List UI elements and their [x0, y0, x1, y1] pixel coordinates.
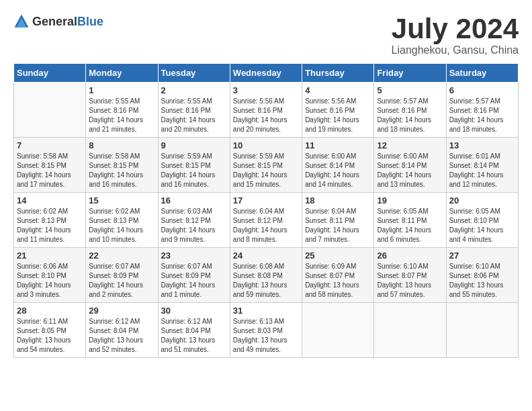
day-info: Sunrise: 6:12 AMSunset: 8:04 PMDaylight:…	[89, 317, 154, 355]
day-cell: 31Sunrise: 6:13 AMSunset: 8:03 PMDayligh…	[230, 303, 302, 358]
day-number: 3	[233, 85, 299, 95]
day-number: 1	[89, 85, 154, 95]
day-number: 27	[449, 250, 515, 261]
day-cell: 11Sunrise: 6:00 AMSunset: 8:14 PMDayligh…	[302, 138, 374, 193]
day-cell: 19Sunrise: 6:05 AMSunset: 8:11 PMDayligh…	[374, 193, 446, 248]
logo-text-blue: Blue	[77, 15, 103, 28]
location-subtitle: Lianghekou, Gansu, China	[392, 44, 519, 56]
day-number: 20	[449, 195, 515, 205]
day-info: Sunrise: 6:01 AMSunset: 8:14 PMDaylight:…	[449, 152, 515, 189]
col-header-saturday: Saturday	[446, 64, 518, 83]
day-info: Sunrise: 6:00 AMSunset: 8:14 PMDaylight:…	[305, 152, 371, 189]
day-info: Sunrise: 5:59 AMSunset: 8:15 PMDaylight:…	[233, 152, 299, 189]
day-info: Sunrise: 5:57 AMSunset: 8:16 PMDaylight:…	[449, 97, 515, 134]
day-info: Sunrise: 6:04 AMSunset: 8:11 PMDaylight:…	[305, 207, 371, 244]
day-cell: 25Sunrise: 6:09 AMSunset: 8:07 PMDayligh…	[302, 248, 374, 303]
day-cell: 18Sunrise: 6:04 AMSunset: 8:11 PMDayligh…	[302, 193, 374, 248]
day-number: 8	[89, 140, 154, 150]
col-header-friday: Friday	[374, 64, 446, 83]
day-cell: 3Sunrise: 5:56 AMSunset: 8:16 PMDaylight…	[230, 83, 302, 138]
day-cell: 15Sunrise: 6:02 AMSunset: 8:13 PMDayligh…	[86, 193, 158, 248]
day-info: Sunrise: 6:00 AMSunset: 8:14 PMDaylight:…	[377, 152, 443, 189]
day-cell: 9Sunrise: 5:59 AMSunset: 8:15 PMDaylight…	[158, 138, 230, 193]
day-info: Sunrise: 5:57 AMSunset: 8:16 PMDaylight:…	[377, 97, 443, 134]
day-cell: 6Sunrise: 5:57 AMSunset: 8:16 PMDaylight…	[446, 83, 518, 138]
day-info: Sunrise: 6:06 AMSunset: 8:10 PMDaylight:…	[17, 262, 83, 300]
day-info: Sunrise: 5:56 AMSunset: 8:16 PMDaylight:…	[233, 97, 299, 134]
day-cell	[446, 303, 518, 358]
day-cell: 17Sunrise: 6:04 AMSunset: 8:12 PMDayligh…	[230, 193, 302, 248]
day-info: Sunrise: 6:04 AMSunset: 8:12 PMDaylight:…	[233, 207, 299, 244]
title-area: July 2024 Lianghekou, Gansu, China	[392, 13, 519, 56]
day-number: 30	[161, 306, 227, 316]
day-cell: 16Sunrise: 6:03 AMSunset: 8:12 PMDayligh…	[158, 193, 230, 248]
day-info: Sunrise: 5:59 AMSunset: 8:15 PMDaylight:…	[161, 152, 227, 189]
day-cell: 22Sunrise: 6:07 AMSunset: 8:09 PMDayligh…	[86, 248, 158, 303]
day-cell: 23Sunrise: 6:07 AMSunset: 8:09 PMDayligh…	[158, 248, 230, 303]
week-row-5: 28Sunrise: 6:11 AMSunset: 8:05 PMDayligh…	[14, 303, 519, 358]
day-number: 17	[233, 195, 299, 205]
day-cell	[14, 83, 86, 138]
day-info: Sunrise: 5:58 AMSunset: 8:15 PMDaylight:…	[89, 152, 154, 189]
week-row-4: 21Sunrise: 6:06 AMSunset: 8:10 PMDayligh…	[14, 248, 519, 303]
day-cell	[302, 303, 374, 358]
day-info: Sunrise: 6:03 AMSunset: 8:12 PMDaylight:…	[161, 207, 227, 244]
day-number: 21	[17, 250, 83, 261]
day-cell: 21Sunrise: 6:06 AMSunset: 8:10 PMDayligh…	[14, 248, 86, 303]
day-info: Sunrise: 6:13 AMSunset: 8:03 PMDaylight:…	[233, 317, 299, 355]
day-cell: 12Sunrise: 6:00 AMSunset: 8:14 PMDayligh…	[374, 138, 446, 193]
day-cell: 13Sunrise: 6:01 AMSunset: 8:14 PMDayligh…	[446, 138, 518, 193]
day-cell: 20Sunrise: 6:05 AMSunset: 8:10 PMDayligh…	[446, 193, 518, 248]
day-cell: 7Sunrise: 5:58 AMSunset: 8:15 PMDaylight…	[14, 138, 86, 193]
logo-icon	[13, 13, 30, 30]
day-number: 29	[89, 306, 154, 316]
week-row-3: 14Sunrise: 6:02 AMSunset: 8:13 PMDayligh…	[14, 193, 519, 248]
day-number: 5	[377, 85, 443, 95]
day-number: 4	[305, 85, 371, 95]
day-info: Sunrise: 6:12 AMSunset: 8:04 PMDaylight:…	[161, 317, 227, 355]
month-year-title: July 2024	[392, 13, 519, 44]
day-number: 19	[377, 195, 443, 205]
day-cell	[374, 303, 446, 358]
col-header-sunday: Sunday	[14, 64, 86, 83]
day-info: Sunrise: 6:09 AMSunset: 8:07 PMDaylight:…	[305, 262, 371, 300]
day-info: Sunrise: 6:10 AMSunset: 8:07 PMDaylight:…	[377, 262, 443, 300]
day-info: Sunrise: 6:07 AMSunset: 8:09 PMDaylight:…	[161, 262, 227, 300]
day-info: Sunrise: 6:02 AMSunset: 8:13 PMDaylight:…	[89, 207, 154, 244]
day-cell: 30Sunrise: 6:12 AMSunset: 8:04 PMDayligh…	[158, 303, 230, 358]
day-number: 28	[17, 306, 83, 316]
day-info: Sunrise: 6:07 AMSunset: 8:09 PMDaylight:…	[89, 262, 154, 300]
day-number: 9	[161, 140, 227, 150]
day-info: Sunrise: 6:10 AMSunset: 8:06 PMDaylight:…	[449, 262, 515, 300]
day-number: 24	[233, 250, 299, 261]
day-info: Sunrise: 6:02 AMSunset: 8:13 PMDaylight:…	[17, 207, 83, 244]
day-cell: 24Sunrise: 6:08 AMSunset: 8:08 PMDayligh…	[230, 248, 302, 303]
week-row-1: 1Sunrise: 5:55 AMSunset: 8:16 PMDaylight…	[14, 83, 519, 138]
day-number: 7	[17, 140, 83, 150]
day-number: 11	[305, 140, 371, 150]
day-cell: 10Sunrise: 5:59 AMSunset: 8:15 PMDayligh…	[230, 138, 302, 193]
day-cell: 26Sunrise: 6:10 AMSunset: 8:07 PMDayligh…	[374, 248, 446, 303]
day-cell: 1Sunrise: 5:55 AMSunset: 8:16 PMDaylight…	[86, 83, 158, 138]
day-info: Sunrise: 6:05 AMSunset: 8:10 PMDaylight:…	[449, 207, 515, 244]
col-header-wednesday: Wednesday	[230, 64, 302, 83]
day-cell: 29Sunrise: 6:12 AMSunset: 8:04 PMDayligh…	[86, 303, 158, 358]
day-number: 31	[233, 306, 299, 316]
logo: GeneralBlue	[13, 13, 103, 30]
page-header: GeneralBlue July 2024 Lianghekou, Gansu,…	[13, 13, 519, 56]
day-number: 18	[305, 195, 371, 205]
day-number: 15	[89, 195, 154, 205]
day-cell: 5Sunrise: 5:57 AMSunset: 8:16 PMDaylight…	[374, 83, 446, 138]
day-cell: 8Sunrise: 5:58 AMSunset: 8:15 PMDaylight…	[86, 138, 158, 193]
calendar-table: SundayMondayTuesdayWednesdayThursdayFrid…	[13, 63, 519, 358]
day-number: 25	[305, 250, 371, 261]
day-cell: 14Sunrise: 6:02 AMSunset: 8:13 PMDayligh…	[14, 193, 86, 248]
col-header-thursday: Thursday	[302, 64, 374, 83]
day-number: 22	[89, 250, 154, 261]
col-header-tuesday: Tuesday	[158, 64, 230, 83]
day-info: Sunrise: 5:56 AMSunset: 8:16 PMDaylight:…	[305, 97, 371, 134]
day-number: 6	[449, 85, 515, 95]
day-number: 14	[17, 195, 83, 205]
day-cell: 4Sunrise: 5:56 AMSunset: 8:16 PMDaylight…	[302, 83, 374, 138]
week-row-2: 7Sunrise: 5:58 AMSunset: 8:15 PMDaylight…	[14, 138, 519, 193]
